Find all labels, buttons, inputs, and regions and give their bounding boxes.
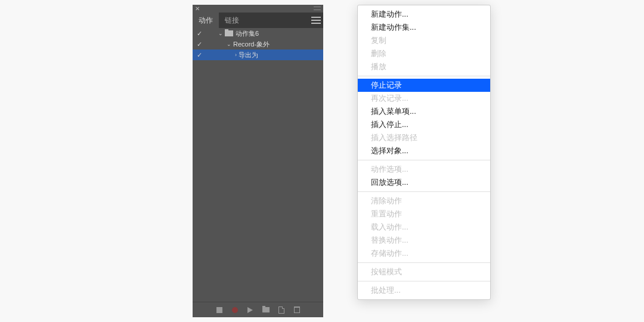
panel-titlebar: ✕ xyxy=(193,5,323,13)
tree-row[interactable]: ✓⌄Record-象外 xyxy=(193,39,323,49)
panel-tabs: 动作链接 xyxy=(193,13,323,28)
tab-1[interactable]: 链接 xyxy=(219,13,245,28)
play-button[interactable] xyxy=(247,306,254,314)
menu-item: 载入动作... xyxy=(358,221,490,234)
panel-footer xyxy=(193,302,323,317)
newaction-icon xyxy=(278,306,284,314)
menu-item: 清除动作 xyxy=(358,194,490,208)
panel-menu-button[interactable] xyxy=(311,17,321,24)
menu-item: 重置动作 xyxy=(358,208,490,221)
checkmark-icon[interactable]: ✓ xyxy=(193,41,206,48)
close-icon[interactable]: ✕ xyxy=(195,5,200,12)
tree-item-label: Record-象外 xyxy=(233,40,270,49)
checkmark-icon[interactable]: ✓ xyxy=(193,51,206,59)
menu-item[interactable]: 新建动作... xyxy=(358,8,490,21)
menu-item[interactable]: 新建动作集... xyxy=(358,21,490,34)
menu-separator xyxy=(358,262,490,263)
chevron-right-icon[interactable]: › xyxy=(233,52,239,58)
menu-item: 删除 xyxy=(358,47,490,60)
tab-0[interactable]: 动作 xyxy=(193,13,219,28)
menu-item[interactable]: 回放选项... xyxy=(358,176,490,189)
actions-panel: ✕ 动作链接 ✓⌄动作集6✓⌄Record-象外✓›导出为 xyxy=(193,5,323,317)
menu-item: 动作选项... xyxy=(358,163,490,176)
menu-item: 播放 xyxy=(358,60,490,73)
folder-icon xyxy=(225,30,233,36)
record-button[interactable] xyxy=(231,306,239,314)
menu-item: 按钮模式 xyxy=(358,265,490,278)
menu-separator xyxy=(358,281,490,281)
stop-button[interactable] xyxy=(216,306,223,314)
menu-item[interactable]: 选择对象... xyxy=(358,144,490,157)
menu-item: 复制 xyxy=(358,34,490,47)
menu-item[interactable]: 插入停止... xyxy=(358,118,490,131)
newfolder-icon xyxy=(262,307,270,312)
action-tree: ✓⌄动作集6✓⌄Record-象外✓›导出为 xyxy=(193,28,323,302)
menu-item[interactable]: 停止记录 xyxy=(358,79,490,92)
checkmark-icon[interactable]: ✓ xyxy=(193,30,206,38)
menu-separator xyxy=(358,191,490,192)
menu-item: 批处理... xyxy=(358,284,490,297)
grip-icon[interactable] xyxy=(314,7,321,10)
chevron-down-icon[interactable]: ⌄ xyxy=(216,30,225,36)
tree-row[interactable]: ✓›导出为 xyxy=(193,49,323,60)
tree-item-label: 动作集6 xyxy=(236,29,259,38)
menu-separator xyxy=(358,160,490,160)
newaction-button[interactable] xyxy=(278,306,285,314)
tree-row[interactable]: ✓⌄动作集6 xyxy=(193,28,323,39)
panel-flyout-menu: 新建动作...新建动作集...复制删除播放停止记录再次记录...插入菜单项...… xyxy=(357,5,491,300)
menu-separator xyxy=(358,76,490,76)
menu-item: 再次记录... xyxy=(358,92,490,105)
trash-button[interactable] xyxy=(293,306,301,314)
tree-item-label: 导出为 xyxy=(239,51,258,60)
record-icon xyxy=(232,307,238,313)
stop-icon xyxy=(216,307,222,313)
newfolder-button[interactable] xyxy=(262,306,270,314)
chevron-down-icon[interactable]: ⌄ xyxy=(225,41,233,47)
play-icon xyxy=(247,307,253,313)
menu-item: 替换动作... xyxy=(358,234,490,247)
menu-item: 存储动作... xyxy=(358,247,490,260)
menu-item: 插入选择路径 xyxy=(358,131,490,144)
trash-icon xyxy=(294,306,300,313)
menu-item[interactable]: 插入菜单项... xyxy=(358,105,490,118)
